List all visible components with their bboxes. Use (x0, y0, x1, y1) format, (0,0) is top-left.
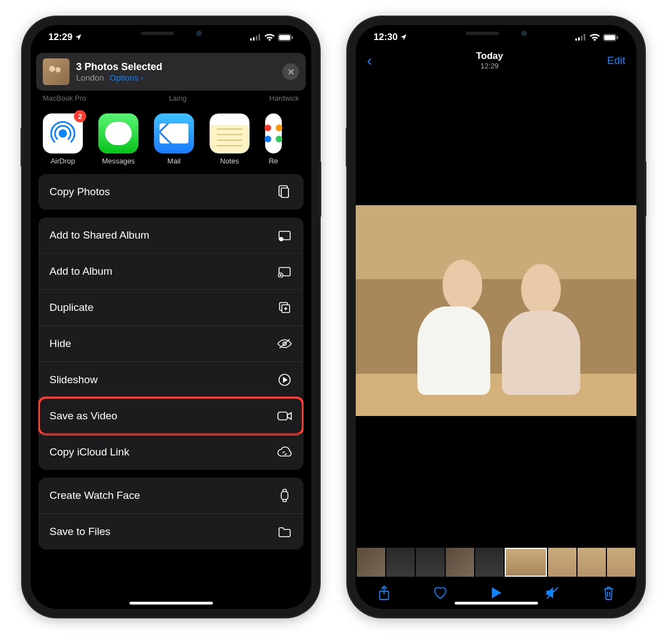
svg-rect-5 (279, 35, 290, 40)
icloud-link-icon (277, 444, 292, 460)
nav-subtitle: 12:29 (476, 62, 503, 70)
svg-rect-22 (581, 36, 583, 41)
cellular-icon (250, 34, 261, 41)
notch (438, 25, 555, 42)
thumbnail[interactable] (607, 548, 635, 577)
app-airdrop[interactable]: 2 AirDrop (43, 113, 83, 165)
airdrop-target[interactable]: Laing (169, 94, 187, 102)
airdrop-targets-row: MacBook Pro Laing Hardwick (31, 91, 311, 102)
thumbnail-strip[interactable] (356, 548, 636, 577)
status-time: 12:29 (48, 32, 72, 43)
current-photo (356, 205, 636, 416)
mail-icon (154, 113, 194, 153)
airdrop-target[interactable]: Hardwick (270, 94, 299, 102)
play-circle-icon (277, 372, 292, 388)
selection-thumbnail (43, 58, 69, 85)
app-notes[interactable]: Notes (210, 113, 250, 165)
svg-rect-25 (604, 35, 615, 40)
share-button[interactable] (376, 584, 392, 601)
hide-icon (277, 336, 292, 351)
copy-icon (277, 184, 292, 200)
app-label: AirDrop (51, 157, 75, 165)
badge: 2 (74, 110, 86, 122)
svg-rect-3 (258, 34, 260, 41)
svg-rect-0 (250, 38, 252, 41)
action-add-shared-album[interactable]: Add to Shared Album (38, 217, 303, 253)
wifi-icon (590, 34, 600, 41)
options-link[interactable]: Options › (109, 73, 143, 82)
nav-title: Today (476, 51, 503, 62)
app-mail[interactable]: Mail (154, 113, 194, 165)
reminders-icon (265, 113, 282, 153)
screen-left: 12:29 3 Photos Selected London Options ›… (31, 25, 311, 609)
thumbnail[interactable] (416, 548, 444, 577)
thumbnail[interactable] (357, 548, 385, 577)
folder-icon (277, 524, 292, 539)
add-album-icon (277, 264, 292, 279)
app-messages[interactable]: Messages (98, 113, 138, 165)
messages-icon (98, 113, 138, 153)
action-create-watch-face[interactable]: Create Watch Face (38, 478, 303, 513)
location-icon (400, 33, 407, 41)
share-apps-row[interactable]: 2 AirDrop Messages Mail Notes Re (31, 102, 311, 174)
video-icon (277, 408, 292, 424)
mute-button[interactable] (544, 584, 561, 601)
app-label: Notes (220, 157, 239, 165)
close-button[interactable]: ✕ (282, 63, 299, 80)
status-time: 12:30 (374, 32, 397, 43)
action-hide[interactable]: Hide (38, 325, 303, 361)
thumbnail[interactable] (475, 548, 504, 577)
svg-rect-23 (584, 34, 585, 41)
location-icon (74, 33, 82, 41)
thumbnail[interactable] (578, 548, 606, 577)
home-indicator[interactable] (455, 602, 538, 605)
home-indicator[interactable] (130, 602, 213, 605)
photo-viewer[interactable] (356, 73, 636, 548)
thumbnail[interactable] (548, 548, 576, 577)
duplicate-icon (277, 300, 292, 315)
share-sheet-header: 3 Photos Selected London Options › ✕ (36, 53, 306, 91)
share-actions-list: Copy Photos Add to Shared Album Add to A… (31, 174, 311, 549)
selection-title: 3 Photos Selected (76, 61, 276, 73)
notes-icon (210, 113, 250, 153)
thumbnail[interactable] (446, 548, 474, 577)
action-copy-icloud-link[interactable]: Copy iCloud Link (38, 434, 303, 470)
battery-icon (278, 34, 293, 41)
edit-button[interactable]: Edit (607, 55, 625, 67)
svg-rect-21 (578, 37, 580, 41)
action-add-album[interactable]: Add to Album (38, 253, 303, 289)
cellular-icon (575, 34, 586, 41)
watch-icon (277, 488, 292, 503)
back-button[interactable]: ‹ (367, 52, 372, 70)
action-copy-photos[interactable]: Copy Photos (38, 174, 303, 210)
wifi-icon (265, 34, 275, 41)
trash-button[interactable] (600, 584, 617, 601)
svg-rect-18 (278, 412, 287, 420)
app-label: Mail (167, 157, 181, 165)
app-label: Re (269, 157, 278, 165)
action-slideshow[interactable]: Slideshow (38, 361, 303, 398)
svg-point-7 (59, 130, 66, 137)
svg-rect-8 (281, 188, 288, 197)
action-save-to-files[interactable]: Save to Files (38, 513, 303, 549)
selection-location: London (76, 73, 104, 82)
airdrop-icon: 2 (43, 113, 83, 153)
svg-rect-19 (281, 492, 288, 499)
notch (113, 25, 230, 42)
screen-right: 12:30 ‹ Today 12:29 Edit (356, 25, 636, 609)
airdrop-target[interactable]: MacBook Pro (43, 94, 86, 102)
app-reminders[interactable]: Re (265, 113, 282, 165)
svg-rect-6 (292, 36, 293, 39)
favorite-button[interactable] (432, 584, 449, 601)
phone-right: 12:30 ‹ Today 12:29 Edit (347, 17, 645, 617)
phone-left: 12:29 3 Photos Selected London Options ›… (22, 17, 320, 617)
app-label: Messages (102, 157, 135, 165)
action-save-as-video[interactable]: Save as Video (38, 398, 303, 434)
thumbnail[interactable] (386, 548, 415, 577)
svg-rect-2 (256, 36, 257, 41)
shared-album-icon (277, 227, 292, 243)
thumbnail-selected[interactable] (505, 548, 547, 577)
play-button[interactable] (488, 584, 505, 601)
action-duplicate[interactable]: Duplicate (38, 289, 303, 325)
svg-rect-26 (617, 36, 618, 39)
